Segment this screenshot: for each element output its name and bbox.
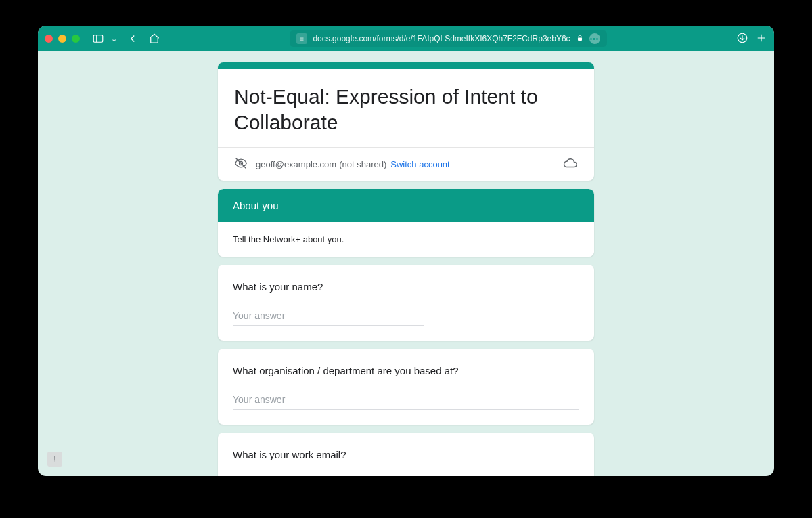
report-problem-button[interactable]: ! xyxy=(47,452,62,467)
home-button[interactable] xyxy=(145,30,163,47)
switch-account-link[interactable]: Switch account xyxy=(390,159,449,169)
question-card-name: What is your name? xyxy=(218,265,594,341)
not-shared-label: (not shared) xyxy=(339,159,386,169)
cloud-save-icon xyxy=(563,156,578,173)
svg-rect-5 xyxy=(578,37,582,41)
new-tab-button[interactable] xyxy=(755,32,767,46)
form-header-card: Not-Equal: Expression of Intent to Colla… xyxy=(218,62,594,181)
url-text: docs.google.com/forms/d/e/1FAIpQLSdmeIfk… xyxy=(313,34,570,43)
address-bar[interactable]: docs.google.com/forms/d/e/1FAIpQLSdmeIfk… xyxy=(290,30,606,47)
close-window-button[interactable] xyxy=(45,35,53,43)
organisation-input[interactable] xyxy=(233,393,579,410)
question-card-organisation: What organisation / department are you b… xyxy=(218,349,594,425)
privacy-icon xyxy=(234,156,248,172)
section-card: About you Tell the Network+ about you. xyxy=(218,189,594,257)
account-email: geoff@example.com xyxy=(256,159,336,169)
question-label: What is your work email? xyxy=(233,449,579,460)
window-controls xyxy=(45,35,80,43)
chevron-down-icon[interactable]: ⌄ xyxy=(111,35,117,43)
lock-icon xyxy=(576,34,584,44)
more-icon[interactable]: ••• xyxy=(589,33,600,44)
svg-rect-0 xyxy=(93,35,103,43)
section-title: About you xyxy=(218,189,594,222)
account-row: geoff@example.com (not shared) Switch ac… xyxy=(218,147,594,181)
browser-toolbar: ⌄ docs.google.com/forms/d/e/1FAIpQLSdmeI… xyxy=(38,26,774,51)
browser-window: ⌄ docs.google.com/forms/d/e/1FAIpQLSdmeI… xyxy=(38,26,774,476)
section-description: Tell the Network+ about you. xyxy=(218,222,594,257)
name-input[interactable] xyxy=(233,309,424,326)
back-button[interactable] xyxy=(124,30,141,47)
question-label: What is your name? xyxy=(233,281,579,293)
form-title: Not-Equal: Expression of Intent to Colla… xyxy=(218,69,594,147)
downloads-button[interactable] xyxy=(736,32,748,46)
minimize-window-button[interactable] xyxy=(58,35,66,43)
site-list-icon xyxy=(296,33,307,44)
maximize-window-button[interactable] xyxy=(72,35,80,43)
page-content: Not-Equal: Expression of Intent to Colla… xyxy=(38,51,774,476)
question-label: What organisation / department are you b… xyxy=(233,365,579,376)
question-card-email: What is your work email? xyxy=(218,433,594,476)
sidebar-toggle-button[interactable] xyxy=(89,30,107,47)
